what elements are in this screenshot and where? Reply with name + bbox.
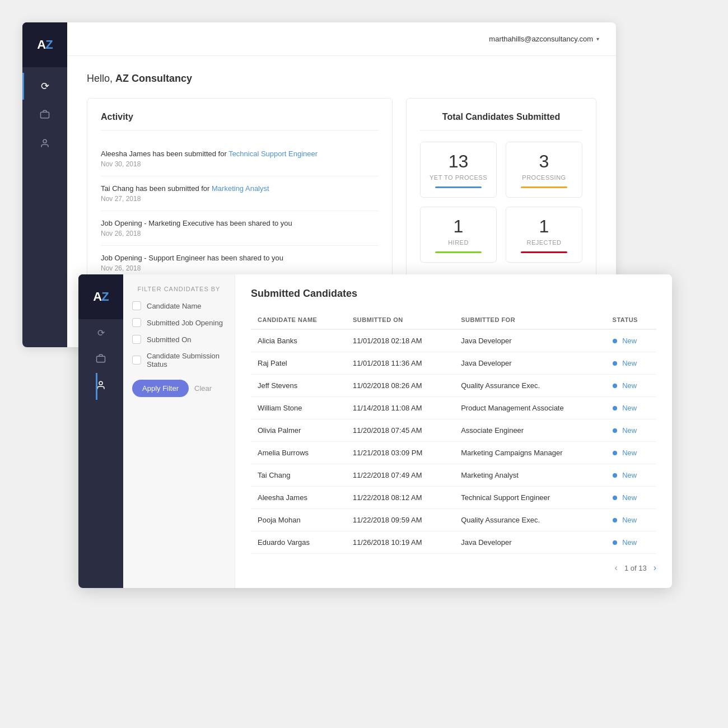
next-page-button[interactable]: › — [654, 563, 656, 573]
activity-link[interactable]: Marketing Analyst — [212, 184, 269, 193]
candidates-icon-front — [96, 380, 106, 393]
filter-checkbox[interactable] — [132, 301, 141, 310]
filter-checkbox[interactable] — [132, 335, 141, 344]
stats-grid: 13 YET TO PROCESS 3 PROCESSING 1 HIRED 1… — [420, 142, 582, 263]
stat-number: 13 — [449, 151, 469, 172]
candidate-name: Olivia Palmer — [251, 419, 346, 442]
status-dot — [613, 339, 617, 343]
status-dot — [613, 406, 617, 410]
submitted-on: 11/22/2018 07:49 AM — [346, 464, 454, 487]
filter-option[interactable]: Submitted Job Opening — [132, 318, 226, 327]
submitted-on: 11/02/2018 08:26 AM — [346, 375, 454, 397]
filter-option[interactable]: Candidate Name — [132, 301, 226, 310]
filter-checkbox[interactable] — [132, 356, 141, 365]
stat-box: 3 PROCESSING — [506, 142, 582, 198]
filter-option[interactable]: Submitted On — [132, 335, 226, 344]
table-column-header: SUBMITTED FOR — [454, 311, 605, 329]
sidebar-item-candidates[interactable] — [22, 131, 67, 158]
jobs-icon-front — [96, 353, 106, 366]
nav-items-back: ⟳ — [22, 67, 67, 158]
filter-label: Submitted On — [147, 335, 192, 344]
table-row[interactable]: Eduardo Vargas 11/26/2018 10:19 AM Java … — [251, 531, 656, 554]
status-cell: New — [606, 419, 656, 442]
activity-description: Aleesha James has been submitted for Tec… — [101, 150, 379, 158]
dashboard-icon-front: ⟳ — [97, 328, 105, 338]
table-row[interactable]: Aleesha James 11/22/2018 08:12 AM Techni… — [251, 487, 656, 509]
submitted-on: 11/20/2018 07:45 AM — [346, 419, 454, 442]
clear-filter-button[interactable]: Clear — [194, 384, 212, 393]
sidebar-item-dashboard[interactable]: ⟳ — [22, 73, 67, 100]
table-row[interactable]: Pooja Mohan 11/22/2018 09:59 AM Quality … — [251, 509, 656, 531]
stat-label: PROCESSING — [522, 174, 566, 181]
filter-option[interactable]: Candidate Submission Status — [132, 352, 226, 368]
submitted-on: 11/22/2018 09:59 AM — [346, 509, 454, 531]
stats-card: Total Candidates Submitted 13 YET TO PRO… — [406, 98, 596, 294]
submitted-for: Java Developer — [454, 531, 605, 554]
activity-date: Nov 26, 2018 — [101, 264, 379, 272]
user-menu[interactable]: marthahills@azconsultancy.com ▾ — [489, 35, 599, 43]
page-indicator: 1 of 13 — [624, 564, 647, 572]
submitted-for: Product Management Associate — [454, 397, 605, 419]
table-header: CANDIDATE NAMESUBMITTED ONSUBMITTED FORS… — [251, 311, 656, 329]
sidebar-front-candidates[interactable] — [96, 373, 106, 400]
filter-checkbox[interactable] — [132, 318, 141, 327]
submitted-for: Marketing Analyst — [454, 464, 605, 487]
activity-item: Job Opening - Marketing Executive has be… — [101, 211, 379, 246]
table-row[interactable]: Amelia Burrows 11/21/2018 03:09 PM Marke… — [251, 442, 656, 464]
activity-link[interactable]: Technical Support Engineer — [228, 150, 318, 158]
sidebar-item-jobs[interactable] — [22, 102, 67, 129]
status-cell: New — [606, 352, 656, 375]
stat-line — [435, 251, 481, 253]
status-dot — [613, 473, 617, 478]
table-row[interactable]: Olivia Palmer 11/20/2018 07:45 AM Associ… — [251, 419, 656, 442]
pagination: ‹ 1 of 13 › — [251, 563, 656, 573]
filter-label: Submitted Job Opening — [147, 319, 223, 327]
filter-options: Candidate Name Submitted Job Opening Sub… — [132, 301, 226, 368]
sidebar-front-dashboard[interactable]: ⟳ — [96, 319, 106, 346]
candidate-name: Pooja Mohan — [251, 509, 346, 531]
svg-point-3 — [99, 381, 102, 385]
stat-number: 1 — [539, 216, 549, 237]
activity-description: Job Opening - Marketing Executive has be… — [101, 219, 379, 227]
user-email-text: marthahills@azconsultancy.com — [489, 35, 593, 43]
topbar-back: marthahills@azconsultancy.com ▾ — [67, 22, 616, 56]
table-row[interactable]: Jeff Stevens 11/02/2018 08:26 AM Quality… — [251, 375, 656, 397]
table-row[interactable]: Tai Chang 11/22/2018 07:49 AM Marketing … — [251, 464, 656, 487]
stat-label: HIRED — [448, 239, 469, 246]
activity-list: Aleesha James has been submitted for Tec… — [101, 142, 379, 280]
status-cell: New — [606, 487, 656, 509]
status-badge: New — [622, 449, 637, 457]
table-column-header: CANDIDATE NAME — [251, 311, 346, 329]
stat-line — [435, 186, 481, 188]
status-dot — [613, 384, 617, 388]
activity-description: Job Opening - Support Engineer has been … — [101, 254, 379, 262]
table-row[interactable]: Alicia Banks 11/01/2018 02:18 AM Java De… — [251, 329, 656, 352]
status-badge: New — [622, 426, 637, 435]
submitted-for: Marketing Campaigns Manager — [454, 442, 605, 464]
prev-page-button[interactable]: ‹ — [615, 563, 618, 573]
activity-date: Nov 26, 2018 — [101, 230, 379, 237]
status-badge: New — [622, 404, 637, 412]
status-cell: New — [606, 397, 656, 419]
status-badge: New — [622, 516, 637, 524]
sidebar-front-jobs[interactable] — [96, 346, 106, 373]
candidates-section: Submitted Candidates CANDIDATE NAMESUBMI… — [235, 274, 672, 588]
stat-line — [521, 186, 567, 188]
candidate-name: Eduardo Vargas — [251, 531, 346, 554]
greeting-company: AZ Consultancy — [115, 73, 192, 84]
candidate-name: Raj Patel — [251, 352, 346, 375]
status-dot — [613, 451, 617, 455]
activity-card: Activity Aleesha James has been submitte… — [87, 98, 393, 294]
sidebar-front: AZ ⟳ — [78, 274, 123, 588]
dashboard-icon: ⟳ — [41, 80, 49, 92]
apply-filter-button[interactable]: Apply Filter — [132, 380, 189, 397]
status-badge: New — [622, 471, 637, 479]
candidate-name: Aleesha James — [251, 487, 346, 509]
status-dot — [613, 518, 617, 522]
table-row[interactable]: Raj Patel 11/01/2018 11:36 AM Java Devel… — [251, 352, 656, 375]
status-badge: New — [622, 381, 637, 390]
submitted-on: 11/26/2018 10:19 AM — [346, 531, 454, 554]
table-row[interactable]: William Stone 11/14/2018 11:08 AM Produc… — [251, 397, 656, 419]
activity-description: Tai Chang has been submitted for Marketi… — [101, 184, 379, 193]
submitted-for: Java Developer — [454, 329, 605, 352]
